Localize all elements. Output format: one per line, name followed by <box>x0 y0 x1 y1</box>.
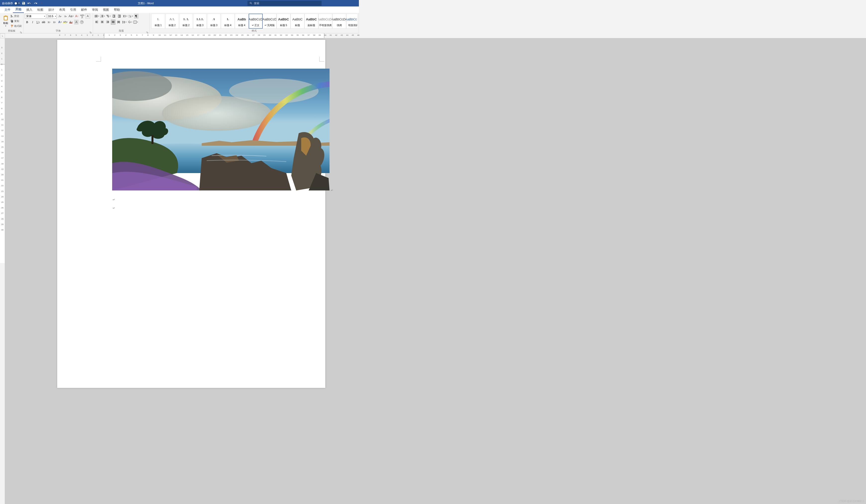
style-item-13[interactable]: AaBbCcDd强调 <box>332 14 346 29</box>
multilevel-icon <box>106 14 109 18</box>
document-title: 文档1 - Word <box>44 1 247 5</box>
vertical-ruler[interactable]: 3210123456789101112131415161718192021222… <box>0 38 5 209</box>
style-name: 明显强调 <box>348 23 357 27</box>
style-item-6[interactable]: AaBb标题 4 <box>235 14 249 29</box>
align-right-button[interactable] <box>106 20 110 25</box>
title-bar: 自动保存 关 ▾ ▾ 文档1 - Word 搜索 <box>0 0 359 7</box>
tab-review[interactable]: 审阅 <box>90 7 100 13</box>
align-left-button[interactable] <box>95 20 99 25</box>
svg-rect-43 <box>124 22 125 22</box>
cut-button[interactable]: 剪切 <box>10 14 22 18</box>
font-name-combo[interactable]: 宋体▾ <box>25 14 46 19</box>
tab-layout[interactable]: 布局 <box>57 7 68 13</box>
style-item-9[interactable]: AaBbC标题 5 <box>277 14 290 29</box>
autosave-toggle[interactable]: 自动保存 关 <box>2 1 20 5</box>
enclose-characters-button[interactable]: 字 <box>80 20 84 25</box>
style-item-12[interactable]: AaBbCcDd不明显强调 <box>318 14 332 29</box>
align-center-button[interactable] <box>100 20 104 25</box>
style-preview: AaBbCcD <box>263 15 276 23</box>
ruler-corner[interactable]: ˪ <box>0 33 5 38</box>
qat-customize[interactable]: ▾ <box>39 1 44 6</box>
grow-font-button[interactable]: A▴ <box>58 14 62 19</box>
tab-file[interactable]: 文件 <box>2 7 13 13</box>
search-box[interactable]: 搜索 <box>247 1 322 6</box>
style-item-8[interactable]: AaBbCcD↵ 无间隔 <box>263 14 277 29</box>
svg-rect-6 <box>96 17 98 17</box>
search-placeholder: 搜索 <box>254 1 259 5</box>
bold-button[interactable]: B <box>25 20 29 25</box>
decrease-indent-button[interactable] <box>112 14 116 19</box>
style-item-2[interactable]: 1. 1.标题 2 <box>179 14 193 29</box>
shrink-font-button[interactable]: A▾ <box>63 14 68 19</box>
style-item-0[interactable]: 1.标题 1 <box>151 14 165 29</box>
line-spacing-button[interactable] <box>122 20 126 25</box>
svg-rect-8 <box>101 15 103 15</box>
tab-insert[interactable]: 插入 <box>24 7 35 13</box>
clipboard-launcher[interactable] <box>20 30 22 33</box>
justify-button[interactable] <box>111 20 115 25</box>
show-marks-button[interactable] <box>134 14 138 19</box>
asian-layout-button[interactable] <box>123 14 127 19</box>
undo-button[interactable]: ▾ <box>27 1 32 6</box>
autosave-state: 关 <box>18 2 20 5</box>
tab-design[interactable]: 设计 <box>46 7 57 13</box>
italic-button[interactable]: I <box>30 20 35 25</box>
style-item-1[interactable]: A 1.标题 2 <box>165 14 179 29</box>
strikethrough-button[interactable]: ab <box>41 20 46 25</box>
tab-help[interactable]: 帮助 <box>111 7 122 13</box>
sort-button[interactable]: AZ <box>128 14 133 19</box>
embedded-image[interactable] <box>112 69 330 190</box>
pilcrow-icon <box>135 14 138 18</box>
paragraph-mark-icon: ↵ <box>113 206 115 209</box>
group-styles: 1.标题 1A 1.标题 21. 1.标题 21.1.1.标题 3A标题 31.… <box>150 13 359 33</box>
style-item-5[interactable]: 1.标题 4 <box>221 14 235 29</box>
change-case-button[interactable]: Aa <box>69 14 74 19</box>
shading-button[interactable] <box>127 20 132 25</box>
font-launcher[interactable] <box>90 30 92 33</box>
character-border-button[interactable]: A <box>86 14 90 19</box>
bullets-button[interactable] <box>95 14 99 19</box>
paste-button[interactable]: 粘贴 ▾ <box>1 14 10 29</box>
font-size-combo[interactable]: 10.5▾ <box>47 14 57 19</box>
format-painter-button[interactable]: 格式刷 <box>10 24 22 28</box>
style-item-14[interactable]: AaBbCcDd明显强调 <box>346 14 357 29</box>
style-item-11[interactable]: AaBbC副标题 <box>304 14 318 29</box>
margin-corner-tl <box>96 57 101 61</box>
borders-button[interactable] <box>133 20 138 25</box>
svg-rect-10 <box>101 16 103 16</box>
highlight-button[interactable]: ab <box>63 20 68 25</box>
style-item-10[interactable]: AaBbC标题 <box>290 14 304 29</box>
superscript-button[interactable]: x2 <box>52 20 57 25</box>
save-button[interactable] <box>21 1 26 6</box>
character-shading-button[interactable]: A <box>74 20 79 25</box>
style-item-3[interactable]: 1.1.1.标题 3 <box>193 14 207 29</box>
numbering-button[interactable]: 123 <box>100 14 105 19</box>
increase-indent-button[interactable] <box>117 14 122 19</box>
underline-button[interactable]: U <box>36 20 40 25</box>
document-area[interactable]: ↵ ↵ ↵ <box>5 38 359 209</box>
horizontal-ruler[interactable]: 8765432101234567891011121314151617181920… <box>5 33 359 38</box>
svg-rect-2 <box>96 15 98 15</box>
style-item-7[interactable]: AaBbCcD↵ 正文 <box>249 14 263 29</box>
paragraph-launcher[interactable] <box>146 30 149 33</box>
tab-references[interactable]: 引用 <box>68 7 79 13</box>
tab-draw[interactable]: 绘图 <box>35 7 46 13</box>
redo-button[interactable] <box>33 1 38 6</box>
svg-rect-41 <box>118 23 120 23</box>
style-item-4[interactable]: A标题 3 <box>207 14 221 29</box>
tab-home[interactable]: 开始 <box>13 6 24 13</box>
tab-view[interactable]: 视图 <box>100 7 111 13</box>
distribute-button[interactable] <box>116 20 121 25</box>
phonetic-guide-button[interactable]: wén文 <box>80 14 85 19</box>
line-spacing-icon <box>122 20 125 24</box>
text-effects-button[interactable]: A <box>58 20 62 25</box>
subscript-button[interactable]: x2 <box>47 20 51 25</box>
multilevel-list-button[interactable] <box>106 14 111 19</box>
style-name: 标题 3 <box>210 23 218 27</box>
copy-button[interactable]: 复制 <box>10 19 22 23</box>
clear-formatting-button[interactable]: A◇ <box>75 14 79 19</box>
page[interactable]: ↵ ↵ ↵ <box>57 40 325 209</box>
font-color-button[interactable]: A <box>69 20 73 25</box>
tab-mail[interactable]: 邮件 <box>79 7 90 13</box>
styles-group-label: 样式 <box>151 29 357 33</box>
